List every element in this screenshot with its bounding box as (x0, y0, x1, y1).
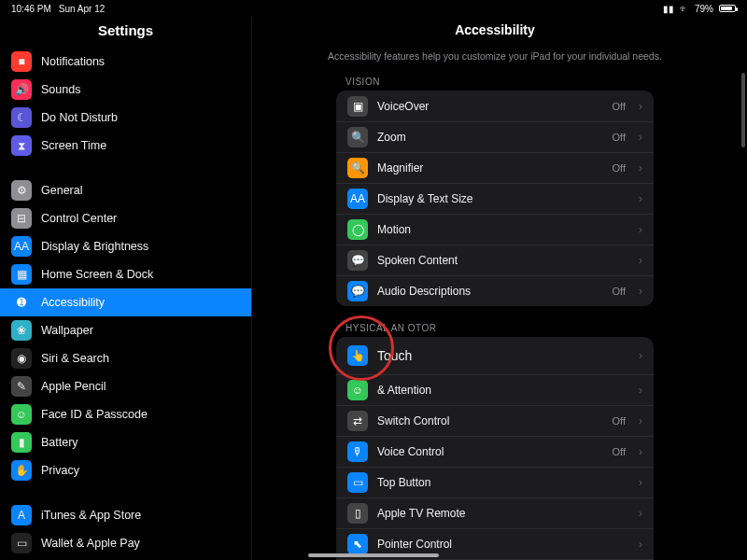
sidebar-item-label: Privacy (41, 464, 79, 477)
setting-label: Touch (377, 348, 629, 363)
sidebar-item-itunes-app-store[interactable]: AiTunes & App Store (0, 501, 251, 529)
apple-pencil-icon: ✎ (11, 376, 32, 397)
sidebar-item-label: General (41, 184, 82, 197)
sidebar-item-label: Control Center (41, 212, 117, 225)
sidebar-item-siri-search[interactable]: ◉Siri & Search (0, 344, 251, 372)
setting-label: Magnifier (377, 161, 603, 175)
siri-search-icon: ◉ (11, 348, 32, 369)
sidebar-item-do-not-disturb[interactable]: ☾Do Not Disturb (0, 104, 251, 132)
sidebar-item-accessibility[interactable]: ➊Accessibility (0, 288, 251, 316)
pointer-control-icon: ⬉ (347, 534, 368, 554)
sidebar-item-display-brightness[interactable]: AADisplay & Brightness (0, 232, 251, 260)
sidebar-item-wallet-apple-pay[interactable]: ▭Wallet & Apple Pay (0, 529, 251, 557)
sidebar-item-label: Screen Time (41, 139, 106, 152)
setting-row-touch[interactable]: 👆Touch› (336, 337, 654, 374)
sidebar-item-apple-pencil[interactable]: ✎Apple Pencil (0, 372, 251, 400)
accessibility-icon: ➊ (11, 292, 32, 313)
chevron-right-icon: › (639, 476, 642, 489)
setting-status: Off (613, 286, 626, 297)
setting-row-apple-tv-remote[interactable]: ▯Apple TV Remote› (336, 497, 654, 528)
general-icon: ⚙ (11, 180, 32, 201)
chevron-right-icon: › (639, 223, 642, 236)
setting-label: Pointer Control (377, 538, 629, 551)
chevron-right-icon: › (639, 445, 642, 458)
setting-row--attention[interactable]: ☺& Attention› (336, 374, 654, 405)
sidebar-item-label: Face ID & Passcode (41, 408, 148, 421)
control-center-icon: ⊟ (11, 208, 32, 229)
chevron-right-icon: › (639, 131, 642, 144)
setting-label: Zoom (377, 131, 603, 144)
setting-label: Top Button (377, 476, 629, 489)
setting-label: Voice Control (377, 445, 603, 458)
sidebar-item-face-id-passcode[interactable]: ☺Face ID & Passcode (0, 400, 251, 428)
setting-row-voice-control[interactable]: 🎙Voice ControlOff› (336, 436, 654, 467)
chevron-right-icon: › (639, 100, 642, 113)
setting-row-switch-control[interactable]: ⇄Switch ControlOff› (336, 405, 654, 436)
setting-label: Apple TV Remote (377, 507, 629, 520)
sounds-icon: 🔊 (11, 79, 32, 100)
setting-status: Off (613, 446, 626, 457)
display-brightness-icon: AA (11, 236, 32, 257)
sidebar-item-wallpaper[interactable]: ❀Wallpaper (0, 316, 251, 344)
status-date: Sun Apr 12 (59, 4, 105, 14)
scrollbar-thumb[interactable] (741, 73, 745, 147)
section-header: HYSICAL AN OTOR (252, 319, 738, 337)
sidebar-item-sounds[interactable]: 🔊Sounds (0, 76, 251, 104)
sidebar-item-label: Do Not Disturb (41, 111, 118, 124)
sidebar-item-label: iTunes & App Store (41, 509, 141, 522)
setting-row-top-button[interactable]: ▭Top Button› (336, 467, 654, 497)
zoom-icon: 🔍 (347, 127, 368, 147)
sidebar-item-label: Wallpaper (41, 324, 93, 337)
setting-row-audio-descriptions[interactable]: 💬Audio DescriptionsOff› (336, 275, 654, 306)
home-screen-dock-icon: ▦ (11, 264, 32, 285)
setting-row-magnifier[interactable]: 🔍MagnifierOff› (336, 152, 654, 183)
itunes-app-store-icon: A (11, 505, 32, 525)
sidebar-item-label: Apple Pencil (41, 380, 106, 393)
sidebar-item-privacy[interactable]: ✋Privacy (0, 456, 251, 484)
sidebar-item-battery[interactable]: ▮Battery (0, 428, 251, 456)
settings-sidebar: Settings ■Notifications🔊Sounds☾Do Not Di… (0, 17, 252, 560)
sidebar-item-notifications[interactable]: ■Notifications (0, 48, 251, 76)
sidebar-item-label: Sounds (41, 83, 80, 96)
chevron-right-icon: › (639, 254, 642, 267)
status-bar: 10:46 PM Sun Apr 12 ▮▮ ᯤ 79% (0, 0, 747, 17)
sidebar-item-label: Accessibility (41, 296, 105, 309)
spoken-content-icon: 💬 (347, 250, 368, 271)
sidebar-item-label: Display & Brightness (41, 240, 148, 253)
wallet-apple-pay-icon: ▭ (11, 533, 32, 553)
chevron-right-icon: › (639, 349, 642, 362)
privacy-icon: ✋ (11, 460, 32, 481)
sidebar-item-label: Wallet & Apple Pay (41, 537, 140, 550)
chevron-right-icon: › (639, 538, 642, 551)
setting-row-spoken-content[interactable]: 💬Spoken Content› (336, 245, 654, 275)
chevron-right-icon: › (639, 285, 642, 298)
home-indicator[interactable] (308, 553, 439, 557)
setting-label: Spoken Content (377, 254, 629, 267)
face-id-passcode-icon: ☺ (11, 404, 32, 425)
battery-icon (719, 5, 736, 12)
sidebar-item-control-center[interactable]: ⊟Control Center (0, 204, 251, 232)
top-button-icon: ▭ (347, 472, 368, 493)
scrollbar[interactable] (741, 73, 745, 541)
setting-row-motion[interactable]: ◯Motion› (336, 214, 654, 245)
chevron-right-icon: › (639, 507, 642, 520)
setting-status: Off (613, 162, 626, 174)
sidebar-item-home-screen-dock[interactable]: ▦Home Screen & Dock (0, 260, 251, 288)
notifications-icon: ■ (11, 51, 32, 72)
sidebar-item-general[interactable]: ⚙General (0, 176, 251, 204)
sidebar-item-label: Home Screen & Dock (41, 268, 153, 281)
display-text-size-icon: AA (347, 189, 368, 209)
chevron-right-icon: › (639, 161, 642, 175)
setting-status: Off (613, 415, 626, 427)
chevron-right-icon: › (639, 414, 642, 427)
setting-row-zoom[interactable]: 🔍ZoomOff› (336, 121, 654, 152)
setting-row-voiceover[interactable]: ▣VoiceOverOff› (336, 91, 654, 121)
setting-row-display-text-size[interactable]: AADisplay & Text Size› (336, 183, 654, 214)
do-not-disturb-icon: ☾ (11, 107, 32, 128)
sidebar-item-screen-time[interactable]: ⧗Screen Time (0, 132, 251, 160)
wifi-icon: ᯤ (680, 4, 689, 14)
chevron-right-icon: › (639, 192, 642, 205)
setting-label: & Attention (377, 384, 629, 397)
detail-title: Accessibility (252, 17, 738, 50)
chevron-right-icon: › (639, 384, 642, 397)
